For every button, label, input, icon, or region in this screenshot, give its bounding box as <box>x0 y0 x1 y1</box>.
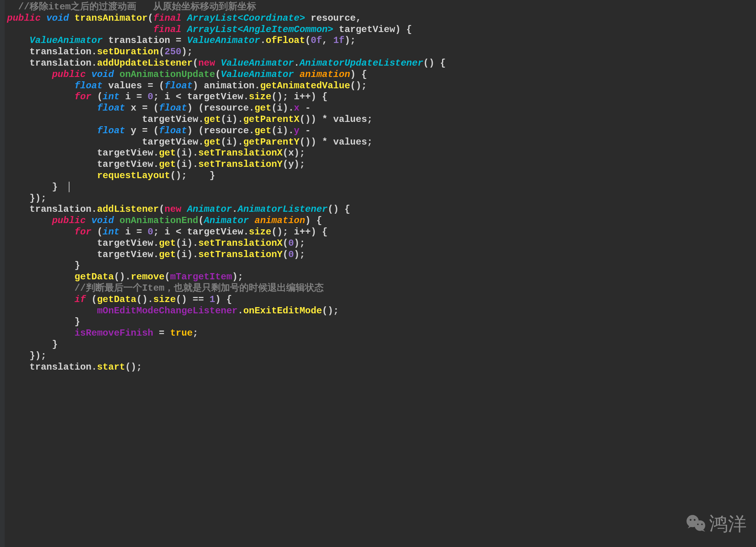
code-line-10[interactable]: float x = (float) (resource.get(i).x - <box>7 103 756 114</box>
code-line-4[interactable]: ValueAnimator translation = ValueAnimato… <box>7 35 756 46</box>
code-line-21[interactable]: for (int i = 0; i < targetView.size(); i… <box>7 227 756 238</box>
watermark-text: 鸿洋 <box>709 513 747 535</box>
code-line-23[interactable]: targetView.get(i).setTranslationY(0); <box>7 249 756 261</box>
wechat-icon <box>686 514 706 534</box>
code-line-17[interactable]: } <box>7 182 756 193</box>
code-line-9[interactable]: for (int i = 0; i < targetView.size(); i… <box>7 91 756 103</box>
code-line-13[interactable]: targetView.get(i).getParentY()) * values… <box>7 137 756 148</box>
code-line-30[interactable]: isRemoveFinish = true; <box>7 328 756 339</box>
code-line-6[interactable]: translation.addUpdateListener(new ValueA… <box>7 58 756 69</box>
code-line-1[interactable]: //移除item之后的过渡动画 从原始坐标移动到新坐标 <box>7 2 756 13</box>
code-line-24[interactable]: } <box>7 260 756 272</box>
code-line-33[interactable]: translation.start(); <box>7 362 756 373</box>
code-line-26[interactable]: //判断最后一个Item，也就是只剩加号的时候退出编辑状态 <box>7 283 756 294</box>
svg-point-3 <box>694 519 696 521</box>
code-line-18[interactable]: }); <box>7 193 756 204</box>
editor-gutter <box>0 0 5 547</box>
code-line-25[interactable]: getData().remove(mTargetItem); <box>7 272 756 283</box>
code-line-11[interactable]: targetView.get(i).getParentX()) * values… <box>7 114 756 125</box>
code-line-3[interactable]: final ArrayList<AngleItemCommon> targetV… <box>7 24 756 36</box>
code-line-20[interactable]: public void onAnimationEnd(Animator anim… <box>7 215 756 227</box>
code-line-28[interactable]: mOnEditModeChangeListener.onExitEditMode… <box>7 306 756 317</box>
svg-point-1 <box>695 520 705 531</box>
code-line-19[interactable]: translation.addListener(new Animator.Ani… <box>7 204 756 215</box>
code-line-22[interactable]: targetView.get(i).setTranslationX(0); <box>7 238 756 249</box>
code-line-14[interactable]: targetView.get(i).setTranslationX(x); <box>7 148 756 159</box>
code-line-7[interactable]: public void onAnimationUpdate(ValueAnima… <box>7 69 756 80</box>
svg-point-5 <box>701 524 703 525</box>
code-editor[interactable]: //移除item之后的过渡动画 从原始坐标移动到新坐标public void t… <box>7 2 756 373</box>
code-line-5[interactable]: translation.setDuration(250); <box>7 46 756 58</box>
code-line-16[interactable]: requestLayout(); } <box>7 170 756 182</box>
code-line-31[interactable]: } <box>7 339 756 350</box>
code-line-8[interactable]: float values = (float) animation.getAnim… <box>7 80 756 92</box>
watermark: 鸿洋 <box>686 513 747 535</box>
code-line-32[interactable]: }); <box>7 350 756 362</box>
svg-point-2 <box>690 519 692 521</box>
code-line-29[interactable]: } <box>7 316 756 328</box>
code-line-12[interactable]: float y = (float) (resource.get(i).y - <box>7 125 756 137</box>
svg-point-4 <box>697 524 699 525</box>
text-cursor <box>69 182 70 192</box>
code-line-15[interactable]: targetView.get(i).setTranslationY(y); <box>7 159 756 170</box>
code-line-27[interactable]: if (getData().size() == 1) { <box>7 294 756 306</box>
code-line-2[interactable]: public void transAnimator(final ArrayLis… <box>7 13 756 24</box>
